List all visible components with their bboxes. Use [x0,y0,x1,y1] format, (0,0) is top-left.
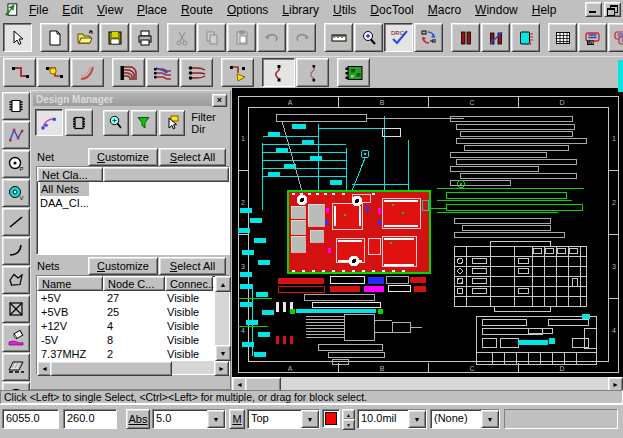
nets-horizontal-scrollbar[interactable]: ◄ ► [37,361,229,374]
route-manual-button[interactable] [3,58,36,87]
scroll-up-icon[interactable]: ▲ [215,276,231,292]
via-style-dropdown-icon[interactable]: ▼ [481,410,499,428]
canvas-horizontal-scrollbar[interactable]: ◄ ► [232,377,623,390]
menu-item-library[interactable]: Library [275,2,326,19]
line-width-select[interactable]: 10.0mil ▼ [357,409,427,429]
net-class-row[interactable]: All Nets [37,182,229,196]
print-button[interactable] [130,23,159,52]
menu-item-route[interactable]: Route [174,2,220,19]
design-manager-titlebar[interactable]: Design Manager × [33,93,228,106]
route-vertical-a-button[interactable] [262,58,295,87]
spreadsheet-button[interactable] [548,23,577,52]
nets-select-all-button[interactable]: Select All [159,257,226,275]
restore-button[interactable] [604,2,621,17]
pcb-canvas[interactable]: A B C D A B C D 1 2 3 4 1 2 3 4 [232,88,623,390]
nets-column-node-count[interactable]: Node C... [103,276,165,291]
place-polygon-button[interactable] [2,266,30,294]
route-fanout-button[interactable] [180,58,213,87]
components-view-button[interactable] [65,109,93,136]
cut-button[interactable] [167,23,196,52]
copy-button[interactable] [197,23,226,52]
paste-button[interactable] [227,23,256,52]
menu-item-window[interactable]: Window [468,2,525,19]
nets-table-row[interactable]: +5V27Visible [37,291,215,305]
route-push-button[interactable] [221,58,254,87]
layer-dropdown-icon[interactable]: ▼ [301,410,319,428]
nets-table-row[interactable]: +12V4Visible [37,319,215,333]
nets-customize-button[interactable]: Customize [88,257,158,275]
scroll-right-icon[interactable]: ► [214,361,229,376]
grid-dropdown-icon[interactable]: ▼ [207,410,225,428]
layer-color-swatch[interactable] [322,409,340,428]
route-interactive-button[interactable] [37,58,70,87]
nets-column-connections[interactable]: Connec.. [165,276,213,291]
net-class-column-header[interactable]: Net Cla... [37,167,103,182]
zoom-to-button[interactable] [103,110,129,136]
place-plane-button[interactable] [2,353,30,381]
route-multitrace-button[interactable] [146,58,179,87]
menu-item-options[interactable]: Options [220,2,275,19]
menu-item-utils[interactable]: Utils [326,2,363,19]
menu-item-place[interactable]: Place [130,2,174,19]
nets-column-name[interactable]: Name [37,276,103,291]
filter-button[interactable] [131,110,157,136]
y-coordinate-input[interactable]: 260.0 [63,409,117,429]
menu-item-doctool[interactable]: DocTool [363,2,420,19]
net-class-column-filler[interactable] [103,167,229,182]
nets-table-row[interactable]: -5V8Visible [37,333,215,347]
select-tool-button[interactable] [3,23,32,52]
net-customize-button[interactable]: Customize [88,148,158,166]
component-bars-button[interactable] [451,23,480,52]
layer-select[interactable]: Top ▼ [247,409,320,429]
scroll-down-icon[interactable]: ▼ [215,345,231,361]
design-rule-check-button[interactable]: DRC [384,23,413,52]
route-bus-button[interactable] [112,58,145,87]
place-pad-button[interactable]: P [2,150,30,178]
components-button[interactable] [608,23,623,52]
close-icon[interactable]: × [212,94,227,107]
menu-item-file[interactable]: File [22,2,55,19]
grid-select[interactable]: 5.0 ▼ [152,409,226,429]
nets-table-row[interactable]: +5VB25Visible [37,305,215,319]
nets-view-button[interactable] [35,109,63,136]
undo-button[interactable] [257,23,286,52]
minimize-button[interactable] [585,2,602,17]
x-coordinate-input[interactable]: 6055.0 [2,409,59,429]
menu-item-help[interactable]: Help [525,2,564,19]
abs-rel-toggle-button[interactable]: Abs [126,409,150,429]
copper-pour-board-button[interactable] [337,58,370,87]
place-copper-pour-button[interactable] [2,324,30,352]
component-slash-button[interactable] [481,23,510,52]
route-vertical-b-button[interactable] [296,58,329,87]
nets-vertical-scrollbar[interactable]: ▲ ▼ [215,276,229,361]
filter-select-button[interactable] [159,110,185,136]
component-us-button[interactable]: US [578,23,607,52]
measure-button[interactable] [324,23,353,52]
place-via-button[interactable]: V [2,179,30,207]
route-miter-button[interactable] [71,58,104,87]
menu-item-macro[interactable]: Macro [421,2,468,19]
new-document-button[interactable] [40,23,69,52]
net-class-row[interactable]: DAA_CI... [37,196,229,210]
update-connections-button[interactable] [414,23,443,52]
place-line-button[interactable] [2,208,30,236]
redo-button[interactable] [287,23,316,52]
place-arc-button[interactable] [2,237,30,265]
place-connection-button[interactable] [2,121,30,149]
open-file-button[interactable] [70,23,99,52]
menu-item-edit[interactable]: Edit [55,2,90,19]
net-select-all-button[interactable]: Select All [159,148,226,166]
place-keepout-button[interactable] [2,295,30,323]
via-style-select[interactable]: (None) ▼ [430,409,500,429]
save-file-button[interactable] [100,23,129,52]
menu-item-view[interactable]: View [90,2,130,19]
pad-highlight-button[interactable] [511,23,540,52]
line-width-dropdown-icon[interactable]: ▼ [408,410,426,428]
nets-hscroll-thumb[interactable] [50,361,172,376]
zoom-window-button[interactable] [354,23,383,52]
layer-spin-down-icon[interactable]: ▼ [342,419,355,430]
nets-table-row[interactable]: 7.37MHZ2Visible [37,347,215,361]
place-component-button[interactable] [2,92,30,120]
net-class-list[interactable]: Net Cla... All NetsDAA_CI... [36,166,230,255]
nets-table-body[interactable]: +5V27Visible+5VB25Visible+12V4Visible-5V… [37,291,215,361]
